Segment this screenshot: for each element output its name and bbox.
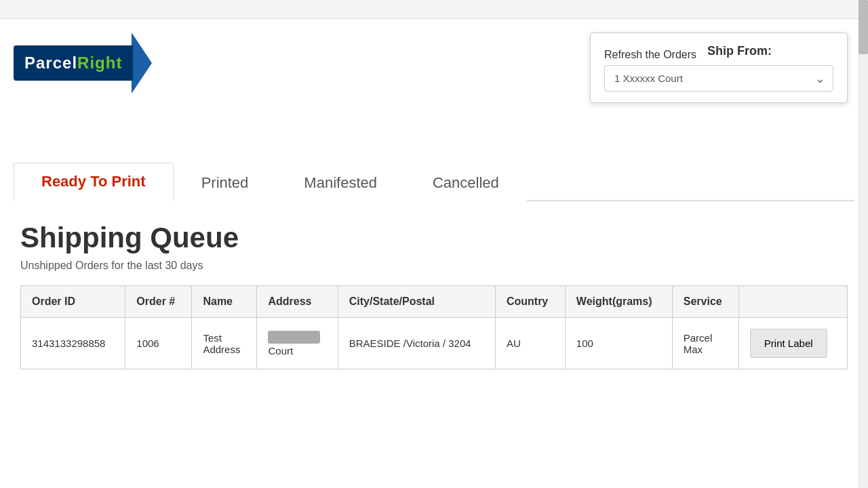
top-bar [0, 0, 868, 19]
name-line2: Address [203, 344, 240, 355]
logo-container: ParcelRight [14, 33, 152, 94]
col-service: Service [672, 286, 738, 318]
cell-city-state-postal: BRAESIDE /Victoria / 3204 [338, 318, 495, 369]
name-line1: Test [203, 332, 222, 344]
tab-ready-to-print[interactable]: Ready To Print [14, 163, 174, 201]
ship-from-area: Refresh the Orders Ship From: 1 Xxxxxx C… [590, 33, 848, 103]
service-line1: Parcel [684, 332, 713, 344]
table-row: 3143133298858 1006 Test Address 17 Xxxxx… [21, 318, 848, 369]
refresh-label: Refresh the Orders [604, 49, 696, 61]
col-action [738, 286, 847, 318]
table-body: 3143133298858 1006 Test Address 17 Xxxxx… [21, 318, 848, 369]
cell-order-id: 3143133298858 [21, 318, 125, 369]
print-label-button[interactable]: Print Label [750, 329, 827, 358]
header: ParcelRight Refresh the Orders Ship From… [0, 19, 868, 155]
subtitle: Unshipped Orders for the last 30 days [20, 260, 848, 272]
ship-from-panel: Refresh the Orders Ship From: 1 Xxxxxx C… [590, 33, 848, 103]
col-city-state-postal: City/State/Postal [338, 286, 495, 318]
logo-text: ParcelRight [24, 54, 122, 73]
address-blurred-line1: 17 Xxxxxx [268, 331, 319, 344]
cell-action[interactable]: Print Label [738, 318, 847, 369]
col-address: Address [257, 286, 338, 318]
scrollbar-track[interactable] [859, 0, 868, 488]
tab-cancelled[interactable]: Cancelled [405, 164, 527, 201]
cell-weight: 100 [565, 318, 672, 369]
logo: ParcelRight [14, 33, 152, 94]
main-content: Shipping Queue Unshipped Orders for the … [0, 201, 868, 369]
logo-parcel: Parcel [24, 54, 77, 72]
orders-table: Order ID Order # Name Address City/State… [20, 285, 848, 369]
cell-name: Test Address [192, 318, 257, 369]
cell-address: 17 Xxxxxx Court [257, 318, 338, 369]
logo-arrow-icon [132, 33, 152, 94]
col-order-id: Order ID [21, 286, 125, 318]
refresh-area: Refresh the Orders Ship From: [604, 44, 833, 65]
service-line2: Max [684, 344, 703, 355]
col-country: Country [495, 286, 565, 318]
ship-from-label: Ship From: [707, 44, 772, 58]
table-header: Order ID Order # Name Address City/State… [21, 286, 848, 318]
page-wrapper: ParcelRight Refresh the Orders Ship From… [0, 0, 868, 488]
tabs-container: Ready To Print Printed Manifested Cancel… [14, 161, 854, 201]
tab-printed[interactable]: Printed [174, 164, 277, 201]
cell-country: AU [495, 318, 565, 369]
logo-box: ParcelRight [14, 45, 133, 81]
ship-from-select-wrapper[interactable]: 1 Xxxxxx Court ⌄ [604, 65, 833, 92]
logo-right: Right [77, 54, 122, 72]
col-order-num: Order # [125, 286, 192, 318]
page-title: Shipping Queue [20, 222, 848, 254]
ship-from-select[interactable]: 1 Xxxxxx Court [604, 65, 833, 92]
cell-order-num: 1006 [125, 318, 192, 369]
col-name: Name [192, 286, 257, 318]
table-header-row: Order ID Order # Name Address City/State… [21, 286, 848, 318]
tab-manifested[interactable]: Manifested [276, 164, 405, 201]
col-weight: Weight(grams) [565, 286, 672, 318]
cell-service: Parcel Max [672, 318, 738, 369]
address-line2: Court [268, 345, 293, 357]
scrollbar-thumb[interactable] [859, 0, 868, 54]
